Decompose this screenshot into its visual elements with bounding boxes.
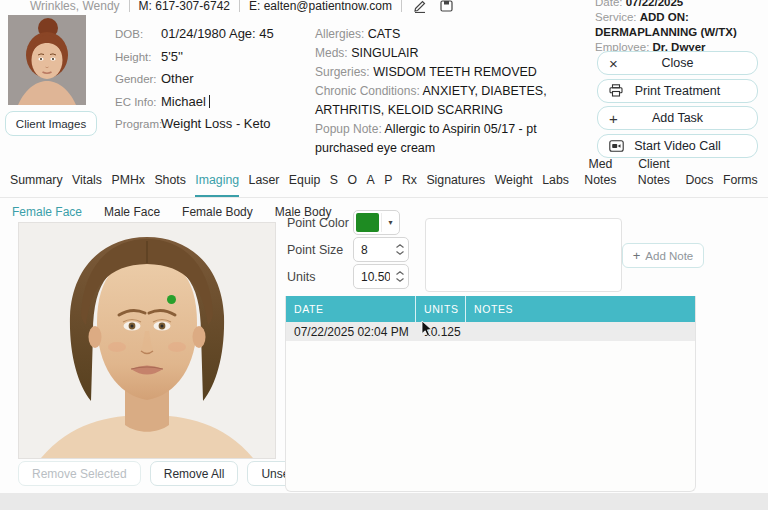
patient-chart-page: Wrinkles, Wendy M: 617-307-6742 E: ealte… xyxy=(0,0,768,510)
surgeries-value: WISDOM TEETH REMOVED xyxy=(373,65,537,79)
print-treatment-button[interactable]: Print Treatment xyxy=(597,79,758,103)
printer-icon xyxy=(609,84,623,97)
dob-label: DOB: xyxy=(115,28,160,40)
gender-value: Other xyxy=(161,71,194,86)
program-value: Weight Loss - Keto xyxy=(161,116,271,131)
divider xyxy=(239,0,240,12)
close-button[interactable]: × Close xyxy=(597,51,758,75)
treatment-points-table: DATE UNITS NOTES 07/22/2025 02:04 PM 10.… xyxy=(285,296,696,492)
tab-pmhx[interactable]: PMHx xyxy=(111,173,144,197)
start-video-call-label: Start Video Call xyxy=(634,139,721,153)
popup-note-label: Popup Note: xyxy=(315,122,382,136)
add-task-label: Add Task xyxy=(652,111,703,125)
edit-icon[interactable] xyxy=(411,0,429,14)
stepper-up-icon[interactable] xyxy=(396,271,404,275)
stepper-down-icon[interactable] xyxy=(396,278,404,282)
tab-s[interactable]: S xyxy=(330,173,338,197)
tab-vitals[interactable]: Vitals xyxy=(72,173,102,197)
save-icon[interactable] xyxy=(438,0,456,14)
close-icon: × xyxy=(609,56,618,71)
tab-imaging[interactable]: Imaging xyxy=(195,173,239,197)
tab-o[interactable]: O xyxy=(347,173,357,197)
close-label: Close xyxy=(662,56,694,70)
visit-service-label: Service: xyxy=(595,11,637,23)
tab-equip[interactable]: Equip xyxy=(289,173,320,197)
point-size-label: Point Size xyxy=(287,243,353,257)
units-input[interactable] xyxy=(354,270,390,284)
subtab-female-face[interactable]: Female Face xyxy=(12,205,82,219)
stepper-up-icon[interactable] xyxy=(396,244,404,248)
tab-p[interactable]: P xyxy=(384,173,392,197)
gender-label: Gender: xyxy=(115,73,160,85)
program-label: Program: xyxy=(115,118,160,130)
tab-summary[interactable]: Summary xyxy=(10,173,63,197)
text-caret xyxy=(209,95,210,108)
image-panel-buttons: Remove Selected Remove All Unselect xyxy=(18,461,322,486)
tab-forms[interactable]: Forms xyxy=(723,173,758,197)
units-stepper[interactable] xyxy=(353,264,409,289)
visit-info: Date: 07/22/2025 Service: ADD ON: DERMAP… xyxy=(595,0,767,55)
column-header-date[interactable]: DATE xyxy=(286,296,416,322)
point-size-input[interactable] xyxy=(354,243,390,257)
point-color-picker[interactable]: ▾ xyxy=(353,210,400,235)
tab-med-notes[interactable]: Med Notes xyxy=(578,157,622,197)
divider xyxy=(401,0,402,12)
table-header: DATE UNITS NOTES xyxy=(286,296,695,322)
remove-all-button[interactable]: Remove All xyxy=(150,461,239,486)
tab-weight[interactable]: Weight xyxy=(495,173,533,197)
female-face-model xyxy=(19,223,275,458)
column-header-notes[interactable]: NOTES xyxy=(466,296,695,322)
chart-tabbar: Summary Vitals PMHx Shots Imaging Laser … xyxy=(0,163,768,198)
meds-label: Meds: xyxy=(315,46,348,60)
tab-rx[interactable]: Rx xyxy=(402,173,417,197)
program-row: Program: Weight Loss - Keto xyxy=(115,116,310,131)
divider xyxy=(129,0,130,12)
face-image-canvas[interactable] xyxy=(18,222,276,459)
ec-info-field[interactable]: Michael xyxy=(161,94,210,109)
patient-name: Wrinkles, Wendy xyxy=(30,0,120,13)
point-color-row: Point Color ▾ xyxy=(287,210,400,235)
treatment-point-dot[interactable] xyxy=(167,295,176,304)
visit-date-line: Date: 07/22/2025 xyxy=(595,0,767,10)
units-row: Units xyxy=(287,264,409,289)
add-task-button[interactable]: + Add Task xyxy=(597,106,758,130)
video-icon xyxy=(609,140,624,152)
stepper-down-icon[interactable] xyxy=(396,251,404,255)
subtab-female-body[interactable]: Female Body xyxy=(182,205,253,219)
tab-client-notes[interactable]: Client Notes xyxy=(632,157,676,197)
table-row[interactable]: 07/22/2025 02:04 PM 10.125 xyxy=(286,322,695,341)
tab-labs[interactable]: Labs xyxy=(542,173,569,197)
point-color-label: Point Color xyxy=(287,216,353,230)
allergies-value: CATS xyxy=(368,27,400,41)
tab-signatures[interactable]: Signatures xyxy=(426,173,485,197)
surgeries-label: Surgeries: xyxy=(315,65,370,79)
start-video-call-button[interactable]: Start Video Call xyxy=(597,134,758,158)
surgeries-row: Surgeries: WISDOM TEETH REMOVED xyxy=(315,63,589,82)
allergies-label: Allergies: xyxy=(315,27,364,41)
add-note-button[interactable]: + Add Note xyxy=(622,243,704,268)
tab-docs[interactable]: Docs xyxy=(685,173,713,197)
point-size-arrows xyxy=(396,244,404,255)
dob-value: 01/24/1980 Age: 45 xyxy=(161,26,274,41)
dob-row: DOB: 01/24/1980 Age: 45 xyxy=(115,26,310,41)
tab-a[interactable]: A xyxy=(367,173,375,197)
units-arrows xyxy=(396,271,404,282)
demographics: DOB: 01/24/1980 Age: 45 Height: 5'5'' Ge… xyxy=(115,26,310,139)
allergies-row: Allergies: CATS xyxy=(315,25,589,44)
client-images-label: Client Images xyxy=(16,118,86,130)
height-value: 5'5'' xyxy=(161,49,183,64)
remove-selected-button[interactable]: Remove Selected xyxy=(18,461,141,486)
tab-shots[interactable]: Shots xyxy=(154,173,185,197)
tab-laser[interactable]: Laser xyxy=(249,173,280,197)
chevron-down-icon: ▾ xyxy=(381,213,399,232)
note-input[interactable] xyxy=(425,218,622,292)
client-images-button[interactable]: Client Images xyxy=(5,111,97,136)
subtab-male-face[interactable]: Male Face xyxy=(104,205,160,219)
point-size-stepper[interactable] xyxy=(353,237,409,262)
visit-service-line: Service: ADD ON: DERMAPLANNING (W/TX) xyxy=(595,10,767,40)
ec-info-label: EC Info: xyxy=(115,96,160,108)
height-row: Height: 5'5'' xyxy=(115,49,310,64)
ec-info-value: Michael xyxy=(161,94,206,109)
remove-selected-label: Remove Selected xyxy=(32,467,127,481)
column-header-units[interactable]: UNITS xyxy=(416,296,466,322)
